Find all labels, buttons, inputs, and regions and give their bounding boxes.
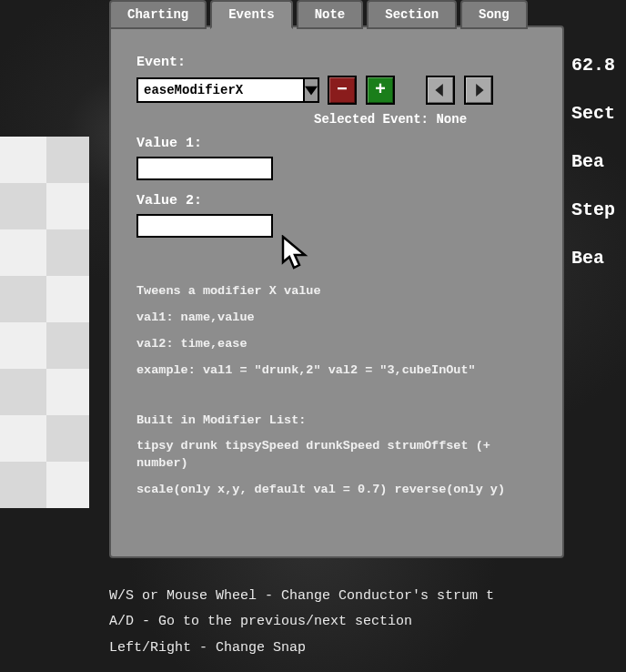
events-panel: Event: − + Selected Event: None Value 1:…	[109, 25, 564, 558]
info-beat2: Bea	[571, 248, 626, 269]
selected-event-status: Selected Event: None	[314, 112, 537, 127]
minus-icon: −	[337, 81, 348, 99]
value2-label: Value 2:	[136, 193, 537, 209]
next-event-button[interactable]	[464, 76, 493, 105]
right-info: 62.8 Sect Bea Step Bea	[571, 55, 626, 296]
tab-song[interactable]: Song	[460, 0, 528, 29]
tab-section[interactable]: Section	[367, 0, 457, 29]
remove-event-button[interactable]: −	[328, 76, 357, 105]
desc-line: scale(only x,y, default val = 0.7) rever…	[136, 482, 537, 499]
help-line: W/S or Mouse Wheel - Change Conductor's …	[109, 584, 494, 610]
info-step: Step	[571, 199, 626, 220]
event-select-dropdown-button[interactable]	[305, 77, 319, 103]
info-time: 62.8	[571, 55, 626, 76]
desc-line: Tweens a modifier X value	[136, 283, 537, 300]
keyboard-help: W/S or Mouse Wheel - Change Conductor's …	[109, 584, 494, 662]
desc-line: Built in Modifier List:	[136, 412, 537, 430]
tab-note[interactable]: Note	[297, 0, 364, 29]
value2-input[interactable]	[136, 214, 273, 238]
event-select[interactable]	[136, 77, 300, 103]
help-line: A/D - Go to the previous/next section	[109, 609, 494, 636]
plus-icon: +	[375, 81, 386, 99]
tab-events[interactable]: Events	[210, 0, 292, 29]
info-beat: Bea	[571, 151, 626, 172]
event-select-value[interactable]	[136, 77, 305, 103]
value1-label: Value 1:	[136, 136, 537, 151]
add-event-button[interactable]: +	[366, 76, 395, 105]
value1-input[interactable]	[136, 157, 273, 180]
chevron-left-icon	[434, 84, 447, 97]
prev-event-button[interactable]	[426, 76, 455, 105]
desc-line: tipsy drunk tipsySpeed drunkSpeed strumO…	[136, 438, 537, 473]
desc-line: val1: name,value	[136, 310, 537, 327]
checker-strip	[0, 137, 89, 508]
chevron-right-icon	[472, 84, 485, 97]
event-description: Tweens a modifier X value val1: name,val…	[136, 283, 537, 499]
tab-bar: Charting Events Note Section Song	[109, 0, 528, 29]
info-section: Sect	[571, 103, 626, 124]
desc-line: val2: time,ease	[136, 336, 537, 353]
event-label: Event:	[136, 55, 537, 70]
tab-charting[interactable]: Charting	[109, 0, 207, 29]
help-line: Left/Right - Change Snap	[109, 636, 494, 662]
desc-line: example: val1 = "drunk,2" val2 = "3,cube…	[136, 362, 537, 380]
chevron-down-icon	[305, 84, 318, 97]
